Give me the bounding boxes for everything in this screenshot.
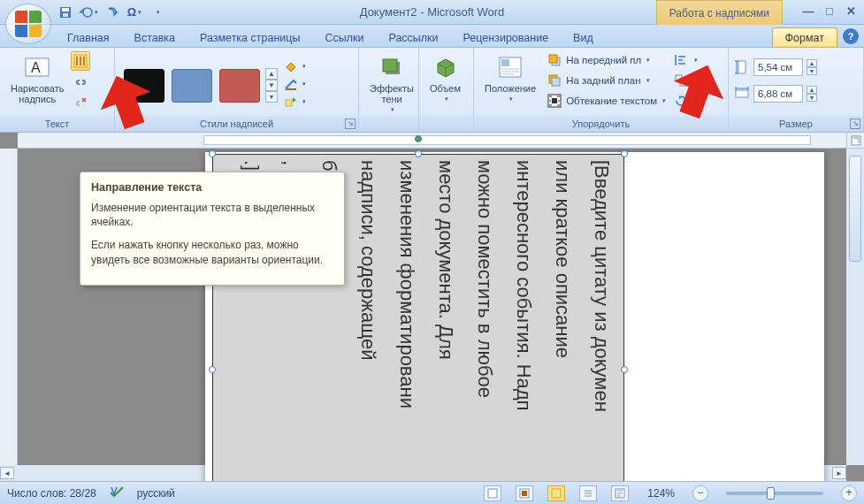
zoom-knob[interactable] — [767, 487, 775, 500]
width-down[interactable]: ▼ — [807, 94, 817, 102]
tab-home[interactable]: Главная — [55, 28, 122, 47]
ruler-toggle[interactable] — [846, 133, 864, 149]
group-size: 5,54 см ▲▼ 6,88 см ▲▼ Размер↘ — [729, 48, 864, 132]
scroll-right[interactable]: ► — [832, 467, 846, 479]
scrollbar-vertical[interactable] — [846, 149, 864, 465]
scrollbar-v-thumb[interactable] — [849, 156, 861, 262]
handle-top-right[interactable] — [621, 150, 628, 157]
bring-front-icon — [547, 52, 562, 68]
group-text: A Нарисовать надпись Текст — [0, 48, 115, 132]
textbox-column: интересного события. Надп — [508, 160, 535, 481]
textbox-column: место документа. Для — [431, 160, 457, 481]
create-link-button[interactable] — [71, 73, 90, 92]
gallery-scroll: ▲ ▼ ▾ — [265, 68, 278, 103]
gallery-more[interactable]: ▾ — [265, 91, 278, 103]
zoom-level[interactable]: 124% — [647, 487, 675, 500]
height-icon — [734, 59, 750, 75]
tab-review[interactable]: Рецензирование — [451, 28, 562, 47]
height-down[interactable]: ▼ — [807, 67, 817, 75]
svg-rect-20 — [738, 61, 745, 73]
handle-top-mid[interactable] — [415, 150, 422, 157]
rotate-handle[interactable] — [415, 135, 422, 142]
status-bar: Число слов: 28/28 русский 124% − + — [0, 481, 864, 504]
svg-text:A: A — [31, 60, 41, 75]
ribbon-tabs: Главная Вставка Разметка страницы Ссылки… — [0, 25, 864, 48]
group-3d: Объем▾ — [419, 48, 474, 132]
tab-format[interactable]: Формат — [772, 27, 837, 47]
contextual-tab-title: Работа с надписями — [656, 0, 783, 25]
close-button[interactable]: ✕ — [843, 4, 859, 18]
help-button[interactable]: ? — [843, 28, 859, 44]
shadow-effects-button[interactable]: Эффекты тени▾ — [364, 51, 419, 115]
width-icon — [734, 86, 750, 102]
style-swatch-red[interactable] — [219, 69, 260, 103]
svg-rect-23 — [488, 489, 497, 498]
zoom-in[interactable]: + — [841, 485, 857, 501]
send-to-back-button[interactable]: На задний план▾ — [547, 72, 666, 89]
svg-rect-13 — [549, 55, 557, 63]
tab-mailings[interactable]: Рассылки — [376, 28, 450, 47]
size-launcher[interactable]: ↘ — [850, 118, 860, 129]
save-button[interactable] — [55, 3, 76, 22]
shape-fill-icon[interactable] — [283, 58, 299, 74]
tab-insert[interactable]: Вставка — [122, 28, 187, 47]
height-input[interactable]: 5,54 см — [753, 58, 803, 76]
bring-to-front-button[interactable]: На передний пл▾ — [547, 51, 666, 69]
office-button[interactable] — [5, 4, 51, 44]
window-controls: — □ ✕ — [800, 4, 859, 18]
scroll-left[interactable]: ◄ — [0, 467, 14, 479]
width-input[interactable]: 6,88 см — [753, 85, 803, 103]
textbox-icon: A — [23, 53, 51, 81]
gallery-down[interactable]: ▼ — [265, 80, 278, 91]
svg-rect-11 — [501, 59, 509, 66]
handle-top-left[interactable] — [209, 150, 216, 157]
view-web-layout[interactable] — [547, 485, 565, 501]
draw-textbox-button[interactable]: A Нарисовать надпись — [5, 51, 69, 106]
view-full-screen[interactable] — [516, 485, 533, 501]
symbol-button[interactable]: Ω▾ — [124, 3, 145, 22]
word-count[interactable]: Число слов: 28/28 — [7, 487, 96, 500]
position-button[interactable]: Положение▾ — [479, 51, 541, 104]
annotation-arrow-2 — [672, 64, 725, 126]
height-up[interactable]: ▲ — [807, 59, 817, 67]
tooltip-title: Направление текста — [91, 181, 333, 194]
tab-page-layout[interactable]: Разметка страницы — [187, 28, 312, 47]
zoom-slider[interactable] — [726, 492, 823, 495]
tab-references[interactable]: Ссылки — [312, 28, 376, 47]
zoom-out[interactable]: − — [692, 485, 708, 501]
gallery-up[interactable]: ▲ — [265, 68, 278, 80]
svg-rect-1 — [62, 8, 69, 11]
undo-button[interactable]: ▾ — [78, 3, 99, 22]
styles-launcher[interactable]: ↘ — [345, 118, 356, 129]
shadow-icon — [378, 53, 406, 81]
width-up[interactable]: ▲ — [807, 86, 817, 94]
view-outline[interactable] — [579, 485, 597, 501]
wrap-icon — [547, 93, 562, 109]
break-link-button[interactable] — [71, 94, 90, 113]
change-shape-icon[interactable] — [283, 94, 299, 110]
spell-check-icon[interactable] — [109, 485, 125, 501]
qat-customize[interactable]: ▾ — [147, 3, 168, 22]
handle-mid-left[interactable] — [209, 366, 216, 373]
language[interactable]: русский — [137, 487, 175, 500]
cube-icon — [432, 53, 460, 81]
group-size-label: Размер↘ — [729, 116, 863, 132]
redo-button[interactable] — [101, 3, 122, 22]
handle-mid-right[interactable] — [621, 366, 628, 373]
ruler-vertical[interactable] — [0, 149, 18, 465]
group-text-label: Текст — [0, 116, 114, 132]
text-wrapping-button[interactable]: Обтекание текстом▾ — [547, 92, 666, 110]
3d-effects-button[interactable]: Объем▾ — [424, 51, 466, 104]
tab-view[interactable]: Вид — [561, 28, 606, 47]
text-direction-button[interactable] — [71, 51, 90, 71]
view-print-layout[interactable] — [484, 485, 501, 501]
office-logo-icon — [15, 11, 42, 37]
svg-rect-9 — [383, 59, 397, 72]
shape-outline-icon[interactable] — [283, 76, 299, 92]
view-draft[interactable] — [611, 485, 629, 501]
quick-access-toolbar: ▾ Ω▾ ▾ — [55, 0, 168, 24]
maximize-button[interactable]: □ — [822, 4, 837, 18]
style-swatch-blue[interactable] — [172, 69, 212, 103]
minimize-button[interactable]: — — [800, 4, 816, 18]
textbox-column: или краткое описание — [547, 160, 574, 481]
